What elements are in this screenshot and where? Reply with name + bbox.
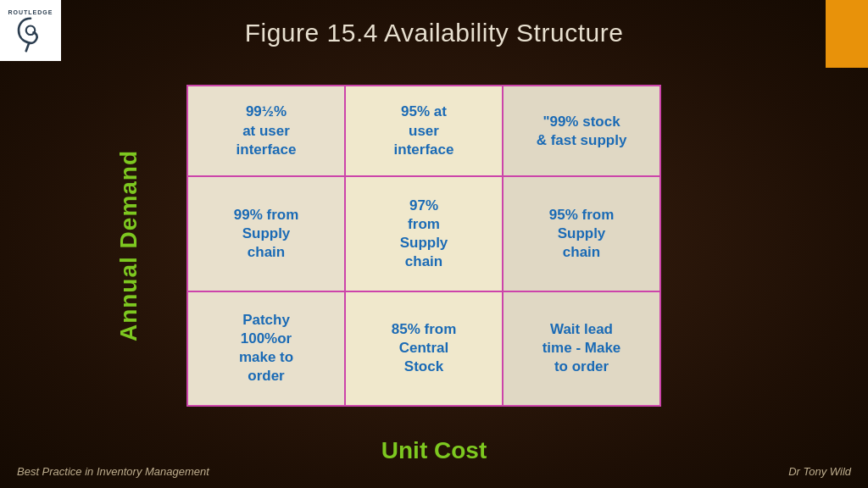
logo-inner: ROUTLEDGE — [5, 5, 56, 56]
grid-table: 99½%at userinterface 95% atuserinterface… — [186, 85, 661, 407]
availability-grid: 99½%at userinterface 95% atuserinterface… — [186, 85, 661, 407]
logo-text: ROUTLEDGE — [8, 9, 53, 15]
cell-r3-c2: 85% fromCentralStock — [345, 291, 503, 406]
grid-row-top: 99½%at userinterface 95% atuserinterface… — [187, 86, 660, 176]
cell-r3-c1: Patchy100%ormake toorder — [187, 291, 345, 406]
annual-demand-text: Annual Demand — [115, 150, 142, 341]
cell-r3-c3: Wait leadtime - Maketo order — [503, 291, 660, 406]
grid-row-mid: 99% fromSupplychain 97%fromSupplychain 9… — [187, 176, 660, 291]
page-wrapper: ROUTLEDGE Figure 15.4 Availability Struc… — [0, 0, 868, 488]
cell-r1-c2: 95% atuserinterface — [345, 86, 503, 176]
page-title: Figure 15.4 Availability Structure — [0, 19, 868, 47]
logo-swirl-icon — [15, 17, 46, 53]
cell-r2-c2: 97%fromSupplychain — [345, 176, 503, 291]
orange-accent-rect — [826, 0, 868, 68]
grid-row-bot: Patchy100%ormake toorder 85% fromCentral… — [187, 291, 660, 406]
footer-left: Best Practice in Inventory Management — [17, 465, 209, 478]
annual-demand-label: Annual Demand — [70, 110, 188, 381]
logo-box: ROUTLEDGE — [0, 0, 61, 61]
cell-r1-c1: 99½%at userinterface — [187, 86, 345, 176]
cell-r2-c1: 99% fromSupplychain — [187, 176, 345, 291]
svg-point-0 — [26, 25, 36, 35]
footer-right: Dr Tony Wild — [788, 465, 851, 478]
cell-r2-c3: 95% fromSupplychain — [503, 176, 660, 291]
unit-cost-label: Unit Cost — [0, 437, 868, 464]
cell-r1-c3: "99% stock& fast supply — [503, 86, 660, 176]
